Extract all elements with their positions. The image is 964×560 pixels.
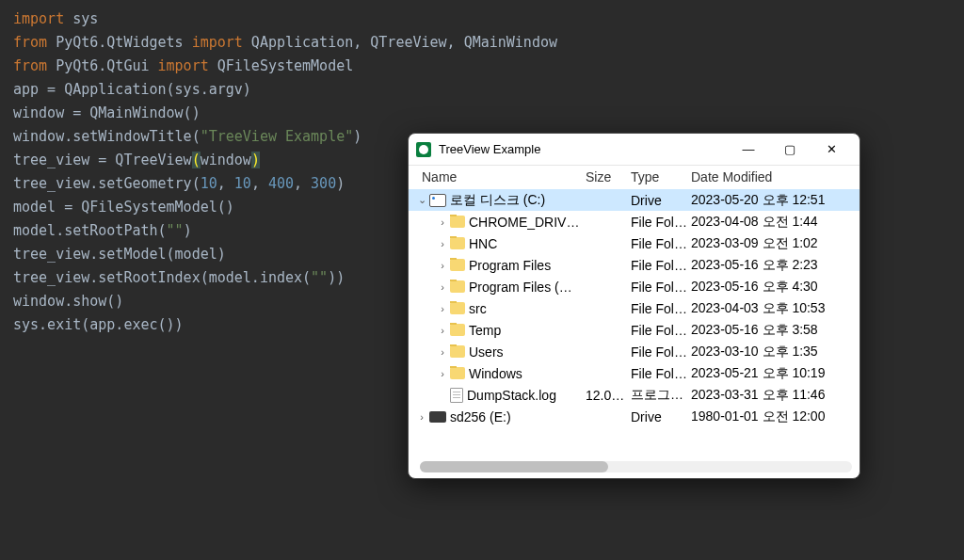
tree-row[interactable]: ›CHROME_DRIV…File Fol…2023-04-08 오전 1:44: [409, 211, 860, 232]
minimize-button[interactable]: —: [728, 134, 769, 165]
row-type: 프로그…: [631, 387, 691, 404]
code-line[interactable]: app = QApplication(sys.argv): [13, 78, 951, 102]
tree-view[interactable]: Name Size Type Date Modified ⌄로컬 디스크 (C:…: [409, 166, 860, 478]
code-line[interactable]: from PyQt6.QtGui import QFileSystemModel: [13, 55, 951, 78]
expander-icon[interactable]: ›: [435, 281, 450, 293]
expander-icon[interactable]: ›: [435, 238, 450, 249]
row-date: 2023-04-03 오후 10:53: [691, 300, 860, 317]
tree-row[interactable]: ›WindowsFile Fol…2023-05-21 오후 10:19: [409, 362, 860, 384]
tree-row[interactable]: ⌄로컬 디스크 (C:)Drive2023-05-20 오후 12:51: [409, 189, 860, 211]
row-name: CHROME_DRIV…: [469, 215, 579, 230]
row-date: 2023-05-21 오후 10:19: [691, 365, 860, 382]
header-date[interactable]: Date Modified: [691, 169, 860, 184]
row-name: HNC: [469, 236, 497, 251]
row-name: Program Files: [469, 258, 551, 273]
drivedark-icon: [429, 411, 446, 423]
expander-icon[interactable]: ⌄: [414, 194, 429, 206]
expander-icon[interactable]: ›: [435, 346, 450, 358]
tree-row[interactable]: ›HNCFile Fol…2023-03-09 오전 1:02: [409, 232, 860, 254]
folder-icon: [450, 216, 465, 228]
code-line[interactable]: import sys: [13, 8, 951, 31]
row-type: File Fol…: [631, 215, 691, 230]
expander-icon[interactable]: ›: [435, 260, 450, 271]
treeview-window: TreeView Example — ▢ ✕ Name Size Type Da…: [408, 133, 860, 479]
column-headers[interactable]: Name Size Type Date Modified: [409, 166, 860, 189]
row-name: Program Files (…: [469, 280, 572, 295]
folder-icon: [450, 259, 465, 271]
folder-icon: [450, 345, 465, 358]
window-title: TreeView Example: [439, 142, 728, 156]
folder-icon: [450, 280, 465, 293]
expander-icon[interactable]: ›: [435, 325, 450, 336]
tree-row[interactable]: ›sd256 (E:)Drive1980-01-01 오전 12:00: [409, 406, 860, 427]
tree-row[interactable]: ›srcFile Fol…2023-04-03 오후 10:53: [409, 297, 860, 319]
code-line[interactable]: window = QMainWindow(): [13, 102, 951, 125]
folder-icon: [450, 324, 465, 336]
file-icon: [450, 388, 463, 403]
expander-icon[interactable]: ›: [435, 303, 450, 314]
scrollbar-thumb[interactable]: [420, 461, 608, 472]
header-name[interactable]: Name: [422, 169, 586, 184]
tree-row[interactable]: ›Program FilesFile Fol…2023-05-16 오후 2:2…: [409, 254, 860, 276]
folder-icon: [450, 237, 465, 249]
row-type: File Fol…: [631, 280, 691, 295]
row-date: 2023-05-16 오후 3:58: [691, 322, 860, 339]
row-date: 2023-03-09 오전 1:02: [691, 235, 860, 252]
expander-icon[interactable]: ›: [414, 411, 429, 423]
row-date: 2023-05-16 오후 2:23: [691, 257, 860, 274]
row-name: 로컬 디스크 (C:): [450, 192, 545, 209]
row-type: File Fol…: [631, 323, 691, 338]
row-name: src: [469, 301, 487, 316]
header-size[interactable]: Size: [586, 169, 631, 184]
header-type[interactable]: Type: [631, 169, 691, 184]
row-name: sd256 (E:): [450, 409, 511, 424]
row-name: Windows: [469, 366, 522, 381]
row-date: 1980-01-01 오전 12:00: [691, 408, 860, 425]
row-name: Temp: [469, 323, 501, 338]
row-name: Users: [469, 344, 504, 360]
window-titlebar[interactable]: TreeView Example — ▢ ✕: [409, 134, 860, 166]
row-type: File Fol…: [631, 258, 691, 273]
tree-row[interactable]: ›TempFile Fol…2023-05-16 오후 3:58: [409, 319, 860, 341]
row-type: Drive: [631, 409, 691, 424]
row-date: 2023-03-10 오후 1:35: [691, 344, 860, 360]
folder-icon: [450, 302, 465, 314]
tree-row[interactable]: DumpStack.log12.00 …프로그…2023-03-31 오후 11…: [409, 384, 860, 406]
row-date: 2023-04-08 오전 1:44: [691, 214, 860, 231]
code-line[interactable]: from PyQt6.QtWidgets import QApplication…: [13, 31, 951, 55]
row-date: 2023-05-16 오후 4:30: [691, 279, 860, 296]
maximize-button[interactable]: ▢: [769, 134, 811, 165]
row-type: File Fol…: [631, 366, 691, 381]
row-date: 2023-03-31 오후 11:46: [691, 387, 860, 404]
horizontal-scrollbar[interactable]: [420, 461, 852, 472]
tree-row[interactable]: ›UsersFile Fol…2023-03-10 오후 1:35: [409, 341, 860, 362]
row-size: 12.00 …: [586, 388, 631, 403]
drive-icon: [429, 194, 446, 207]
expander-icon[interactable]: ›: [435, 216, 450, 228]
close-button[interactable]: ✕: [811, 134, 852, 165]
folder-icon: [450, 367, 465, 379]
row-name: DumpStack.log: [467, 388, 556, 403]
expander-icon[interactable]: ›: [435, 368, 450, 379]
app-icon: [416, 142, 431, 157]
row-type: Drive: [631, 193, 691, 208]
tree-row[interactable]: ›Program Files (…File Fol…2023-05-16 오후 …: [409, 276, 860, 297]
row-type: File Fol…: [631, 236, 691, 251]
row-date: 2023-05-20 오후 12:51: [691, 192, 860, 209]
row-type: File Fol…: [631, 344, 691, 360]
row-type: File Fol…: [631, 301, 691, 316]
